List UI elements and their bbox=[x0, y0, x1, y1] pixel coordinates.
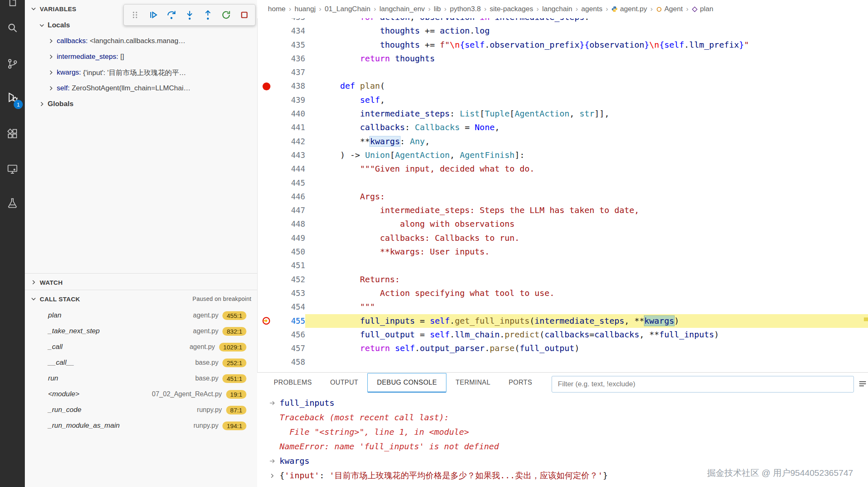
gutter-breakpoint-column[interactable] bbox=[257, 162, 275, 176]
gutter-breakpoint-column[interactable] bbox=[257, 369, 275, 372]
stack-frame[interactable]: planagent.py455:1 bbox=[25, 308, 257, 323]
gutter-breakpoint-column[interactable] bbox=[257, 176, 275, 190]
gutter-breakpoint-column[interactable] bbox=[257, 107, 275, 121]
expand-chevron-icon[interactable] bbox=[269, 472, 280, 479]
line-number[interactable]: 447 bbox=[275, 204, 305, 217]
stack-frame[interactable]: runbase.py451:1 bbox=[25, 371, 257, 386]
activity-files-button[interactable] bbox=[0, 0, 25, 15]
call-stack-header[interactable]: CALL STACK Paused on breakpoint bbox=[25, 290, 257, 308]
breadcrumb-item[interactable]: home bbox=[268, 5, 286, 13]
activity-remote-explorer-button[interactable] bbox=[0, 157, 25, 182]
line-number[interactable]: 451 bbox=[275, 259, 305, 272]
gutter-breakpoint-column[interactable] bbox=[257, 190, 275, 204]
stack-frame[interactable]: __call__base.py252:1 bbox=[25, 355, 257, 371]
more-actions-icon[interactable] bbox=[858, 379, 867, 390]
gutter-breakpoint-column[interactable] bbox=[257, 121, 275, 134]
tab-ports[interactable]: PORTS bbox=[499, 373, 541, 392]
tab-output[interactable]: OUTPUT bbox=[321, 373, 367, 392]
stack-frame[interactable]: _callagent.py1029:1 bbox=[25, 339, 257, 355]
line-number[interactable]: 439 bbox=[275, 93, 305, 107]
gutter-breakpoint-column[interactable] bbox=[257, 231, 275, 245]
variable-row[interactable]: self: ZeroShotAgent(llm_chain=LLMChai… bbox=[25, 80, 257, 96]
activity-run-debug-button[interactable]: 1 bbox=[0, 85, 25, 110]
line-number[interactable]: 436 bbox=[275, 52, 305, 65]
line-number[interactable]: 443 bbox=[275, 148, 305, 162]
gutter-breakpoint-column[interactable] bbox=[257, 286, 275, 300]
line-number[interactable]: 454 bbox=[275, 300, 305, 314]
step-out-button[interactable] bbox=[199, 6, 217, 24]
activity-extensions-button[interactable] bbox=[0, 121, 25, 146]
gutter-breakpoint-column[interactable] bbox=[257, 148, 275, 162]
stack-frame[interactable]: _run_module_as_mainrunpy.py194:1 bbox=[25, 418, 257, 434]
line-number[interactable]: 455 bbox=[275, 314, 305, 328]
gutter-breakpoint-column[interactable] bbox=[257, 273, 275, 286]
activity-search-button[interactable] bbox=[0, 15, 25, 40]
line-number[interactable]: 437 bbox=[275, 65, 305, 79]
variable-row[interactable]: intermediate_steps: [] bbox=[25, 49, 257, 65]
gutter-breakpoint-column[interactable] bbox=[257, 259, 275, 272]
filter-input[interactable] bbox=[552, 376, 854, 393]
gutter-breakpoint-column[interactable] bbox=[257, 204, 275, 217]
variable-row[interactable]: kwargs: {'input': '目前市场上玫瑰花的平… bbox=[25, 65, 257, 80]
tab-terminal[interactable]: TERMINAL bbox=[446, 373, 499, 392]
step-into-button[interactable] bbox=[181, 6, 198, 24]
step-over-button[interactable] bbox=[162, 6, 180, 24]
breadcrumb-item[interactable]: Agent bbox=[656, 5, 682, 13]
breadcrumb-item[interactable]: lib bbox=[434, 5, 441, 13]
breadcrumb-item[interactable]: agent.py bbox=[611, 5, 647, 13]
breadcrumb-item[interactable]: langchain bbox=[542, 5, 572, 13]
line-number[interactable]: 438 bbox=[275, 79, 305, 93]
line-number[interactable]: 452 bbox=[275, 273, 305, 286]
restart-button[interactable] bbox=[217, 6, 235, 24]
gutter-breakpoint-column[interactable] bbox=[257, 217, 275, 231]
gutter-breakpoint-column[interactable] bbox=[257, 300, 275, 314]
gutter-breakpoint-column[interactable] bbox=[257, 79, 275, 93]
drag-handle-button[interactable] bbox=[126, 6, 144, 24]
breadcrumb-item[interactable]: plan bbox=[692, 5, 713, 13]
line-number[interactable]: 446 bbox=[275, 190, 305, 204]
tab-problems[interactable]: PROBLEMS bbox=[265, 373, 321, 392]
gutter-breakpoint-column[interactable] bbox=[257, 245, 275, 259]
gutter-breakpoint-column[interactable] bbox=[257, 93, 275, 107]
line-number[interactable]: 434 bbox=[275, 24, 305, 38]
breadcrumb-item[interactable]: python3.8 bbox=[450, 5, 481, 13]
gutter-breakpoint-column[interactable] bbox=[257, 314, 275, 328]
breadcrumb-item[interactable]: huangj bbox=[294, 5, 316, 13]
line-number[interactable]: 458 bbox=[275, 355, 305, 369]
activity-testing-button[interactable] bbox=[0, 191, 25, 216]
gutter-breakpoint-column[interactable] bbox=[257, 355, 275, 369]
gutter-breakpoint-column[interactable] bbox=[257, 342, 275, 355]
line-number[interactable]: 444 bbox=[275, 162, 305, 176]
line-number[interactable]: 457 bbox=[275, 342, 305, 355]
code-editor[interactable]: 433 for action, observation in intermedi… bbox=[257, 0, 868, 372]
line-number[interactable]: 435 bbox=[275, 38, 305, 52]
line-number[interactable]: 441 bbox=[275, 121, 305, 134]
line-number[interactable]: 456 bbox=[275, 328, 305, 342]
breadcrumb-item[interactable]: 01_LangChain bbox=[325, 5, 371, 13]
tab-debug-console[interactable]: DEBUG CONSOLE bbox=[367, 373, 446, 393]
gutter-breakpoint-column[interactable] bbox=[257, 24, 275, 38]
stack-frame[interactable]: _run_coderunpy.py87:1 bbox=[25, 402, 257, 418]
watch-header[interactable]: WATCH bbox=[25, 274, 257, 290]
breadcrumb-item[interactable]: site-packages bbox=[490, 5, 533, 13]
scope-globals[interactable]: Globals bbox=[25, 96, 257, 112]
continue-button[interactable] bbox=[144, 6, 162, 24]
variable-row[interactable]: callbacks: <langchain.callbacks.manag… bbox=[25, 33, 257, 49]
gutter-breakpoint-column[interactable] bbox=[257, 135, 275, 148]
breadcrumb-item[interactable]: agents bbox=[581, 5, 603, 13]
line-number[interactable]: 440 bbox=[275, 107, 305, 121]
line-number[interactable]: 445 bbox=[275, 176, 305, 190]
gutter-breakpoint-column[interactable] bbox=[257, 65, 275, 79]
line-number[interactable]: 449 bbox=[275, 231, 305, 245]
gutter-breakpoint-column[interactable] bbox=[257, 328, 275, 342]
stack-frame[interactable]: <module>07_02_Agent_ReAct.py19:1 bbox=[25, 386, 257, 402]
line-number[interactable]: 459 bbox=[275, 369, 305, 372]
stack-frame[interactable]: _take_next_stepagent.py832:1 bbox=[25, 323, 257, 339]
gutter-breakpoint-column[interactable] bbox=[257, 38, 275, 52]
line-number[interactable]: 453 bbox=[275, 286, 305, 300]
activity-source-control-button[interactable] bbox=[0, 51, 25, 76]
gutter-breakpoint-column[interactable] bbox=[257, 52, 275, 65]
line-number[interactable]: 442 bbox=[275, 135, 305, 148]
line-number[interactable]: 450 bbox=[275, 245, 305, 259]
breadcrumb-item[interactable]: langchain_env bbox=[379, 5, 425, 13]
